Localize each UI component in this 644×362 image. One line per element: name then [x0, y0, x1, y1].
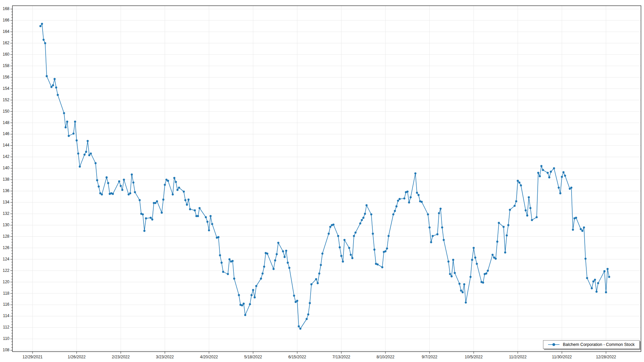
svg-text:132: 132 [3, 211, 9, 216]
svg-text:12/29/2021: 12/29/2021 [22, 355, 43, 359]
svg-text:128: 128 [3, 234, 9, 239]
svg-text:162: 162 [3, 41, 9, 45]
svg-text:142: 142 [3, 154, 9, 159]
x-axis-ticks [33, 352, 606, 354]
svg-text:144: 144 [3, 143, 9, 147]
y-axis-ticks [10, 9, 12, 350]
svg-text:148: 148 [3, 120, 9, 125]
svg-text:11/2/2022: 11/2/2022 [509, 355, 527, 359]
svg-text:114: 114 [3, 313, 9, 318]
svg-text:7/13/2022: 7/13/2022 [332, 355, 351, 359]
y-axis-labels: 1081101121141161181201221241261281301321… [3, 6, 9, 352]
svg-text:134: 134 [3, 200, 9, 204]
svg-text:9/7/2022: 9/7/2022 [422, 355, 437, 359]
x-axis-labels: 12/29/20211/26/20222/23/20223/23/20224/2… [22, 355, 616, 359]
svg-text:2/23/2022: 2/23/2022 [112, 355, 130, 359]
svg-text:11/30/2022: 11/30/2022 [552, 355, 572, 359]
legend: Balchem Corporation - Common Stock [543, 340, 640, 349]
svg-text:136: 136 [3, 188, 9, 193]
svg-text:160: 160 [3, 52, 9, 57]
svg-text:122: 122 [3, 268, 9, 273]
svg-text:110: 110 [3, 336, 9, 341]
svg-text:158: 158 [3, 63, 9, 68]
chart-window: 1081101121141161181201221241261281301321… [0, 0, 644, 362]
legend-marker-icon [548, 343, 560, 347]
svg-text:112: 112 [3, 325, 9, 329]
svg-text:118: 118 [3, 291, 9, 296]
svg-text:6/15/2022: 6/15/2022 [288, 355, 306, 359]
svg-text:12/28/2022: 12/28/2022 [596, 355, 616, 359]
svg-text:126: 126 [3, 245, 9, 250]
svg-text:108: 108 [3, 348, 9, 352]
legend-label: Balchem Corporation - Common Stock [563, 343, 635, 347]
svg-text:5/18/2022: 5/18/2022 [244, 355, 262, 359]
svg-text:3/23/2022: 3/23/2022 [156, 355, 174, 359]
svg-text:1/26/2022: 1/26/2022 [68, 355, 86, 359]
svg-text:152: 152 [3, 98, 9, 102]
svg-text:4/20/2022: 4/20/2022 [200, 355, 218, 359]
svg-text:138: 138 [3, 177, 9, 182]
svg-text:130: 130 [3, 223, 9, 227]
svg-text:124: 124 [3, 257, 9, 261]
svg-text:146: 146 [3, 131, 9, 136]
svg-text:120: 120 [3, 280, 9, 284]
svg-text:140: 140 [3, 166, 9, 170]
svg-text:150: 150 [3, 109, 9, 114]
svg-text:164: 164 [3, 29, 9, 34]
svg-text:116: 116 [3, 302, 9, 307]
svg-text:166: 166 [3, 18, 9, 22]
svg-text:8/10/2022: 8/10/2022 [376, 355, 394, 359]
svg-text:156: 156 [3, 75, 9, 79]
svg-text:10/5/2022: 10/5/2022 [465, 355, 483, 359]
svg-text:154: 154 [3, 86, 9, 91]
svg-text:168: 168 [3, 6, 9, 11]
price-chart[interactable]: 1081101121141161181201221241261281301321… [0, 0, 644, 362]
